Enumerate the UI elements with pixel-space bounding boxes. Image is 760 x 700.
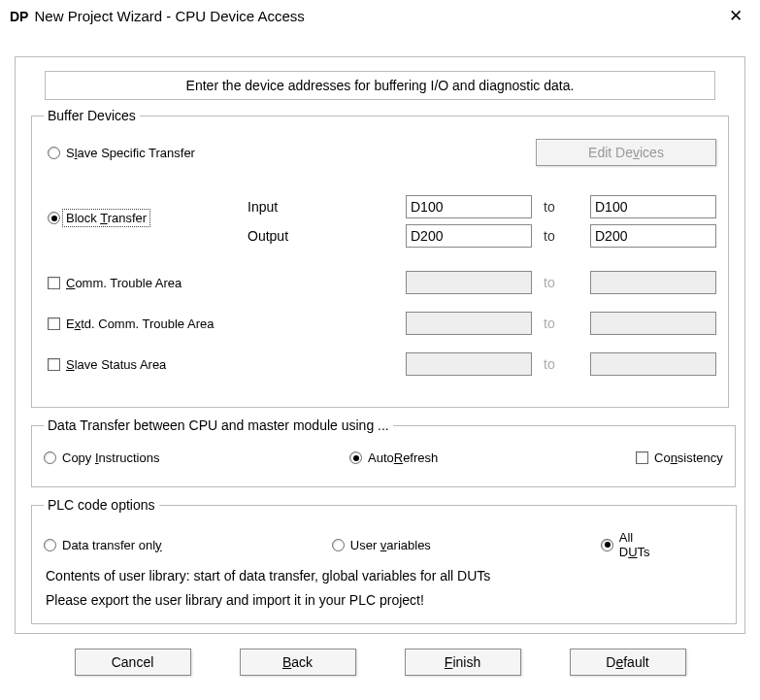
radio-label: Block Transfer [62,209,150,227]
radio-label: User variables [350,538,431,552]
slave-from-field [406,352,532,376]
radio-label: Slave Specific Transfer [66,146,195,160]
radio-icon [349,451,362,464]
radio-label: All DUTs [619,530,666,559]
buffer-devices-legend: Buffer Devices [44,108,140,123]
radio-label: Copy Instructions [62,450,159,465]
radio-icon [44,539,56,551]
radio-block-transfer[interactable]: Block Transfer [44,209,248,227]
input-to-field[interactable] [590,195,716,218]
radio-icon [48,147,60,159]
back-button[interactable]: Back [240,649,356,676]
radio-icon [48,212,60,224]
to-label: to [544,316,578,331]
radio-label: Data transfer only [62,538,162,552]
close-icon[interactable]: ✕ [721,6,750,26]
radio-icon [332,539,345,551]
default-button[interactable]: Default [570,649,686,676]
check-slave-status[interactable]: Slave Status Area [44,357,248,372]
checkbox-icon [48,358,60,371]
radio-copy-instructions[interactable]: Copy Instructions [44,450,281,465]
to-label: to [544,228,578,244]
checkbox-icon [48,277,60,289]
comm-to-field [590,271,716,294]
radio-icon [44,451,56,464]
radio-slave-specific[interactable]: Slave Specific Transfer [44,139,248,166]
edit-devices-button: Edit Devices [536,139,716,166]
app-icon: DP [10,9,28,24]
check-label: Slave Status Area [66,357,166,372]
check-label: Comm. Trouble Area [66,276,182,290]
input-from-field[interactable] [406,195,532,218]
plc-options-group: PLC code options Data transfer only User… [31,497,737,624]
comm-from-field [406,271,532,294]
output-from-field[interactable] [406,224,532,248]
check-consistency[interactable]: Consistency [636,450,723,465]
cancel-button[interactable]: Cancel [75,649,191,676]
radio-label: AutoRefresh [368,450,438,465]
buffer-devices-group: Buffer Devices Slave Specific Transfer E… [31,108,729,408]
slave-to-field [590,352,716,376]
to-label: to [544,275,578,290]
check-label: Consistency [654,450,723,465]
radio-autorefresh[interactable]: AutoRefresh [349,450,568,465]
radio-all-duts[interactable]: All DUTs [601,530,666,559]
radio-user-variables[interactable]: User variables [332,538,543,552]
instruction-text: Enter the device addresses for buffering… [45,71,715,100]
plc-text-1: Contents of user library: start of data … [46,567,724,585]
to-label: to [544,356,578,372]
extd-from-field [406,312,532,335]
to-label: to [544,199,578,215]
input-label: Input [248,199,325,215]
output-label: Output [248,228,325,244]
radio-icon [601,539,613,551]
window-title: New Project Wizard - CPU Device Access [34,8,721,24]
finish-button[interactable]: Finish [405,649,521,676]
check-label: Extd. Comm. Trouble Area [66,317,214,331]
titlebar: DP New Project Wizard - CPU Device Acces… [0,0,760,32]
dialog-body: Enter the device addresses for buffering… [15,56,745,634]
plc-text-2: Please export the user library and impor… [46,591,724,610]
extd-to-field [590,312,716,335]
output-to-field[interactable] [590,224,716,248]
checkbox-icon [636,451,648,464]
button-bar: Cancel Back Finish Default [0,649,760,685]
plc-options-legend: PLC code options [44,497,159,513]
data-transfer-group: Data Transfer between CPU and master mod… [31,417,736,487]
data-transfer-legend: Data Transfer between CPU and master mod… [44,417,393,433]
checkbox-icon [48,317,60,330]
check-extd-trouble[interactable]: Extd. Comm. Trouble Area [44,317,248,331]
check-comm-trouble[interactable]: Comm. Trouble Area [44,276,248,290]
radio-data-transfer-only[interactable]: Data transfer only [44,538,274,552]
